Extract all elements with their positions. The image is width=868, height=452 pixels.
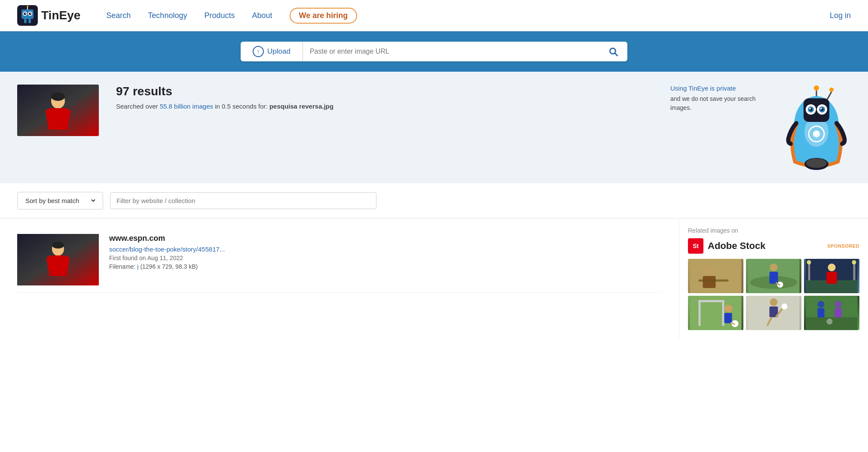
filter-input[interactable] xyxy=(110,192,376,209)
main-nav: Search Technology Products About We are … xyxy=(106,8,830,24)
svg-rect-50 xyxy=(770,272,778,284)
svg-point-19 xyxy=(829,88,834,92)
adobe-thumb-2[interactable] xyxy=(746,259,801,293)
svg-rect-10 xyxy=(24,19,27,23)
adobe-thumb-6[interactable] xyxy=(804,296,859,330)
upload-label: Upload xyxy=(267,47,290,56)
adobe-thumb-1[interactable] xyxy=(688,259,743,293)
svg-point-70 xyxy=(770,298,778,306)
result-thumbnail xyxy=(17,234,99,285)
svg-point-55 xyxy=(828,264,836,271)
url-input[interactable] xyxy=(303,42,599,61)
sidebar: Related images on St Adobe Stock SPONSOR… xyxy=(679,218,868,339)
query-image xyxy=(17,85,99,136)
svg-point-5 xyxy=(29,12,31,15)
adobe-thumb-4[interactable] xyxy=(688,296,743,330)
filter-row: Sort by best match Sort by most changed … xyxy=(0,183,868,218)
filename-link[interactable]: i xyxy=(137,263,138,270)
filename-dimensions: (1296 x 729, 98.3 kB) xyxy=(140,263,198,270)
sort-select-input[interactable]: Sort by best match Sort by most changed … xyxy=(24,197,97,205)
result-url[interactable]: soccer/blog-the-toe-poke/story/455817... xyxy=(109,246,662,253)
nav-products[interactable]: Products xyxy=(204,11,235,20)
adobe-stock-name: Adobe Stock xyxy=(708,240,765,252)
svg-rect-62 xyxy=(699,300,701,326)
desc-prefix: Searched over xyxy=(116,103,160,110)
svg-rect-79 xyxy=(835,308,842,318)
adobe-thumb-5[interactable] xyxy=(746,296,801,330)
svg-point-7 xyxy=(30,13,31,14)
header: TinEye Search Technology Products About … xyxy=(0,0,868,31)
svg-rect-56 xyxy=(827,272,837,284)
svg-point-78 xyxy=(835,301,842,308)
svg-point-59 xyxy=(807,260,811,264)
result-found-date: First found on Aug 11, 2022 xyxy=(109,255,662,261)
table-row: www.espn.com soccer/blog-the-toe-poke/st… xyxy=(17,227,662,293)
search-submit-button[interactable] xyxy=(599,42,627,61)
result-domain: www.espn.com xyxy=(109,234,662,243)
main-content: www.espn.com soccer/blog-the-toe-poke/st… xyxy=(0,218,868,339)
adobe-stock-grid xyxy=(688,259,859,330)
nav-technology[interactable]: Technology xyxy=(148,11,187,20)
svg-point-33 xyxy=(809,108,811,109)
svg-point-34 xyxy=(820,108,822,109)
svg-point-76 xyxy=(818,301,825,308)
svg-rect-63 xyxy=(699,300,724,302)
tineye-logo-icon xyxy=(17,5,38,26)
filename-label: Filename: xyxy=(109,263,135,270)
svg-point-44 xyxy=(705,267,714,275)
upload-button[interactable]: ↑ Upload xyxy=(241,42,303,61)
privacy-link[interactable]: Using TinEye is private xyxy=(670,85,765,92)
svg-point-6 xyxy=(25,13,26,14)
login-link[interactable]: Log in xyxy=(830,11,851,20)
adobe-st-icon: St xyxy=(688,238,703,254)
nav-about[interactable]: About xyxy=(252,11,272,20)
svg-rect-66 xyxy=(724,313,732,323)
privacy-box: Using TinEye is private and we do not sa… xyxy=(670,85,765,112)
nav-search[interactable]: Search xyxy=(106,11,131,20)
search-filename: pesquisa reversa.jpg xyxy=(269,103,333,110)
search-icon xyxy=(608,46,619,57)
sort-dropdown[interactable]: Sort by best match Sort by most changed … xyxy=(17,192,103,209)
svg-rect-64 xyxy=(722,300,724,326)
index-size-link[interactable]: 55.8 billion images xyxy=(160,103,213,110)
sponsored-tag: SPONSORED xyxy=(827,243,859,249)
result-filename: Filename: i (1296 x 729, 98.3 kB) xyxy=(109,263,662,270)
results-section: 97 results Searched over 55.8 billion im… xyxy=(0,72,868,183)
svg-point-42 xyxy=(52,242,64,249)
svg-point-9 xyxy=(27,6,28,7)
logo-text: TinEye xyxy=(41,9,80,22)
adobe-stock-header: St Adobe Stock SPONSORED xyxy=(688,238,859,254)
desc-middle: in 0.5 seconds for: xyxy=(213,103,269,110)
svg-rect-58 xyxy=(853,263,856,280)
nav-hiring[interactable]: We are hiring xyxy=(290,8,358,24)
svg-point-60 xyxy=(852,260,856,264)
svg-rect-45 xyxy=(703,276,716,288)
svg-rect-81 xyxy=(806,317,858,330)
svg-point-65 xyxy=(725,305,733,312)
results-info: 97 results Searched over 55.8 billion im… xyxy=(116,85,653,112)
logo-link[interactable]: TinEye xyxy=(17,5,80,26)
upload-icon: ↑ xyxy=(253,46,264,57)
svg-rect-57 xyxy=(808,263,810,280)
sidebar-label: Related images on xyxy=(688,227,859,234)
svg-point-49 xyxy=(770,264,778,271)
adobe-stock-logo: St Adobe Stock xyxy=(688,238,765,254)
svg-point-36 xyxy=(806,158,827,168)
search-bar-section: ↑ Upload xyxy=(0,31,868,72)
svg-rect-77 xyxy=(818,308,825,318)
svg-point-74 xyxy=(782,303,788,309)
search-bar: ↑ Upload xyxy=(241,42,627,61)
results-desc: Searched over 55.8 billion images in 0.5… xyxy=(116,102,653,112)
results-list: www.espn.com soccer/blog-the-toe-poke/st… xyxy=(0,218,679,339)
svg-point-18 xyxy=(814,85,819,91)
svg-rect-11 xyxy=(28,19,31,23)
adobe-thumb-3[interactable] xyxy=(804,259,859,293)
svg-rect-43 xyxy=(690,259,742,293)
svg-point-4 xyxy=(24,12,26,15)
svg-rect-46 xyxy=(699,279,729,282)
svg-point-17 xyxy=(51,92,65,101)
svg-point-25 xyxy=(813,130,820,137)
robot-area xyxy=(782,85,851,170)
result-info: www.espn.com soccer/blog-the-toe-poke/st… xyxy=(109,234,662,285)
results-count: 97 results xyxy=(116,85,653,98)
